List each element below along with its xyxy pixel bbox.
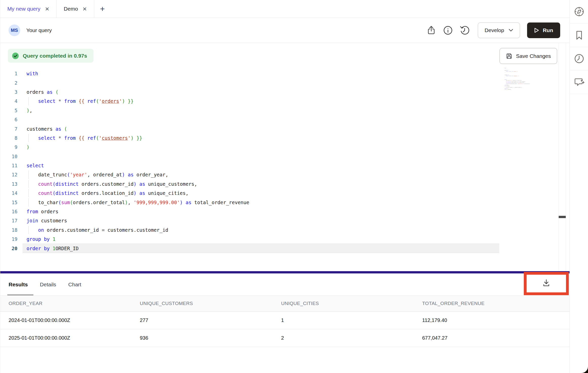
code-line[interactable]: 10 (0, 152, 531, 161)
tab-label: Demo (64, 6, 78, 12)
save-icon (506, 53, 512, 59)
ai-assistant-button[interactable] (570, 71, 588, 94)
results-table: ORDER_YEARUNIQUE_CUSTOMERSUNIQUE_CITIEST… (0, 296, 570, 347)
bookmarks-button[interactable] (570, 24, 588, 47)
line-number: 12 (0, 172, 17, 177)
develop-label: Develop (485, 27, 504, 33)
page-title: Your query (26, 27, 52, 33)
line-number: 13 (0, 181, 17, 187)
results-tab-bar: Results Details Chart (0, 273, 570, 296)
share-button[interactable] (426, 25, 437, 36)
query-status-badge: Query completed in 0.97s (8, 49, 94, 63)
code-line[interactable]: 11select (0, 161, 531, 170)
main-pane: My new query ✕ Demo ✕ + MS Your query (0, 0, 570, 373)
code-line[interactable]: 3orders as ( (0, 87, 531, 97)
develop-dropdown[interactable]: Develop (478, 22, 520, 38)
code-line[interactable]: 2 (0, 78, 531, 87)
tab-results[interactable]: Results (9, 273, 28, 295)
line-number: 8 (0, 135, 17, 141)
explore-button[interactable] (570, 0, 588, 24)
annotation-highlight-box (524, 272, 569, 295)
code-line[interactable]: 14 count(distinct orders.location_id) as… (0, 189, 531, 198)
bookmark-icon (574, 30, 584, 40)
results-table-body: 2024-01-01T00:00:00.000Z2771112,179.4020… (0, 311, 570, 347)
table-cell: 277 (140, 311, 281, 329)
line-number: 10 (0, 154, 17, 159)
download-results-button[interactable] (542, 278, 551, 289)
download-icon (542, 278, 551, 288)
code-lines[interactable]: 1with23orders as (4 select * from {{ ref… (0, 69, 531, 253)
code-line[interactable]: 9) (0, 143, 531, 152)
ref-link[interactable]: customers (514, 76, 517, 76)
line-number: 6 (0, 117, 17, 122)
code-line[interactable]: 6 (0, 115, 531, 124)
ref-link[interactable]: orders (102, 98, 119, 104)
table-row: 2025-01-01T00:00:00.000Z9362677,047.27 (0, 329, 570, 347)
line-number: 17 (0, 218, 17, 223)
table-cell: 112,179.40 (422, 311, 570, 329)
scrollbar-thumb[interactable] (559, 216, 566, 218)
code-line[interactable]: 12 date_trunc('year', ordered_at) as ord… (0, 170, 531, 179)
table-cell: 2024-01-01T00:00:00.000Z (0, 311, 140, 329)
new-tab-button[interactable]: + (94, 0, 110, 18)
pane-splitter[interactable] (0, 271, 570, 273)
code-line[interactable]: 13 count(distinct orders.customer_id) as… (0, 179, 531, 189)
line-number: 3 (0, 89, 17, 95)
table-cell: 1 (281, 311, 422, 329)
sql-editor[interactable]: Query completed in 0.97s Save Changes 1w… (0, 43, 570, 271)
line-number: 20 (0, 246, 17, 251)
tab-my-new-query[interactable]: My new query ✕ (0, 0, 57, 18)
line-number: 11 (0, 163, 17, 168)
history-panel-button[interactable] (570, 47, 588, 71)
minimap[interactable]: withorders as ( select * from {{ ref('or… (505, 68, 530, 92)
ref-link[interactable]: customers (102, 135, 128, 141)
code-line[interactable]: 5), (0, 106, 531, 115)
code-line[interactable]: 4 select * from {{ ref('orders') }} (0, 97, 531, 106)
code-line[interactable]: 18 on orders.customer_id = customers.cus… (0, 225, 531, 235)
save-changes-label: Save Changes (516, 53, 551, 59)
line-number: 7 (0, 126, 17, 132)
code-line[interactable]: 16from orders (0, 207, 531, 216)
avatar: MS (9, 25, 20, 36)
query-tab-bar: My new query ✕ Demo ✕ + (0, 0, 570, 18)
code-line[interactable]: 20order by 1ORDER_ID (0, 244, 531, 253)
plus-icon: + (100, 4, 105, 14)
line-number: 4 (0, 98, 17, 104)
right-sidebar (570, 0, 588, 373)
tab-details[interactable]: Details (40, 273, 56, 295)
code-line[interactable]: 17join customers (0, 216, 531, 225)
line-number: 1 (0, 71, 17, 76)
close-icon[interactable]: ✕ (82, 6, 87, 12)
chat-sparkles-icon (574, 77, 585, 88)
line-number: 2 (0, 80, 17, 86)
line-number: 14 (0, 190, 17, 196)
code-line[interactable]: 1with (0, 69, 531, 78)
ref-link[interactable]: orders (514, 71, 516, 72)
info-icon (443, 25, 453, 35)
column-header: UNIQUE_CUSTOMERS (140, 296, 281, 311)
history-button[interactable] (459, 25, 470, 36)
tab-demo[interactable]: Demo ✕ (57, 0, 94, 18)
table-cell: 2 (281, 329, 422, 347)
line-number: 15 (0, 200, 17, 205)
info-button[interactable] (442, 25, 454, 36)
clock-icon (574, 53, 584, 64)
code-line[interactable]: 15 to_char(sum(orders.order_total), '999… (0, 198, 531, 207)
close-icon[interactable]: ✕ (45, 6, 50, 12)
play-icon (534, 28, 539, 33)
chevron-down-icon (509, 29, 513, 32)
line-number: 18 (0, 227, 17, 233)
code-line[interactable]: 19group by 1 (0, 235, 531, 244)
line-number: 16 (0, 209, 17, 214)
code-line[interactable]: 8 select * from {{ ref('customers') }} (0, 133, 531, 143)
line-number: 5 (0, 108, 17, 113)
run-button[interactable]: Run (527, 22, 560, 38)
compass-icon (574, 6, 585, 17)
history-icon (460, 25, 470, 35)
tab-chart[interactable]: Chart (68, 273, 81, 295)
results-panel: Results Details Chart ORDER_YEARUNIQUE_C… (0, 273, 570, 373)
check-circle-icon (12, 52, 19, 59)
code-line[interactable]: 7customers as ( (0, 124, 531, 133)
line-number: 19 (0, 236, 17, 242)
save-changes-button[interactable]: Save Changes (500, 48, 557, 64)
